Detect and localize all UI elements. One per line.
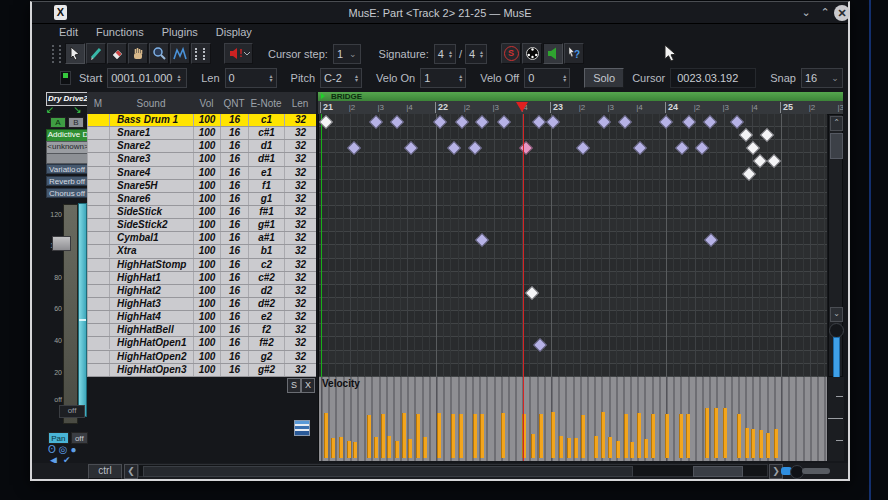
vertical-scrollbar[interactable]: ⌃ ⌄ xyxy=(828,114,843,377)
velocity-bar[interactable] xyxy=(644,439,648,458)
velocity-bar[interactable] xyxy=(630,442,634,458)
velocity-bar[interactable] xyxy=(616,441,620,458)
mute-cell[interactable] xyxy=(87,153,109,165)
velocity-bar[interactable] xyxy=(651,414,655,458)
pencil-tool-button[interactable] xyxy=(86,43,106,64)
velocity-bar[interactable] xyxy=(480,414,484,458)
signature-numerator-spinner[interactable]: 4▴▾ xyxy=(434,44,456,64)
scroll-left-icon[interactable]: ❮ xyxy=(124,464,138,479)
velocity-bar[interactable] xyxy=(331,438,335,458)
velo-on-spinner[interactable]: 1▴▾ xyxy=(420,68,466,88)
velocity-bar[interactable] xyxy=(637,413,641,458)
start-spinner[interactable]: 0001.01.000▴▾ xyxy=(107,68,187,88)
velocity-close-button[interactable]: X xyxy=(301,378,315,393)
midi-input-button[interactable] xyxy=(522,43,542,64)
horizontal-scrollbar[interactable] xyxy=(138,464,768,477)
dot-icon[interactable]: ● xyxy=(71,444,80,455)
pan-tool-button[interactable] xyxy=(128,43,148,64)
velocity-bar[interactable] xyxy=(459,414,463,458)
velocity-bar[interactable] xyxy=(347,441,351,458)
drum-track-row[interactable]: HighHat410016e232 xyxy=(87,311,316,324)
drum-track-row[interactable]: HighHat110016c#232 xyxy=(87,272,316,285)
hscroll-page-box[interactable] xyxy=(693,466,743,477)
velocity-bar[interactable] xyxy=(473,414,477,458)
mute-cell[interactable] xyxy=(87,351,109,363)
punch-tool-button[interactable] xyxy=(191,43,211,64)
len-spinner[interactable]: 0▴▾ xyxy=(225,68,277,88)
zoom-tool-button[interactable] xyxy=(149,43,169,64)
mute-cell[interactable] xyxy=(87,272,109,284)
drum-track-row[interactable]: HighHatOpen210016g232 xyxy=(87,351,316,364)
velocity-bar[interactable] xyxy=(451,414,455,458)
drum-track-row[interactable]: Snare310016d#132 xyxy=(87,153,316,166)
send-value[interactable]: off xyxy=(76,177,85,185)
velocity-bar[interactable] xyxy=(705,408,709,458)
velocity-bar[interactable] xyxy=(437,413,441,458)
velocity-bar[interactable] xyxy=(679,414,683,458)
send-slot[interactable]: Variatiooff xyxy=(46,164,88,174)
drum-track-row[interactable]: Snare5H10016f132 xyxy=(87,180,316,193)
minimize-button[interactable]: ⌄ xyxy=(797,4,815,20)
velocity-bar[interactable] xyxy=(531,434,535,458)
velocity-bar[interactable] xyxy=(745,428,749,458)
pan-button[interactable]: Pan xyxy=(48,432,69,444)
menu-plugins[interactable]: Plugins xyxy=(162,26,198,38)
vscroll-thumb[interactable] xyxy=(830,133,843,159)
hzoom-track[interactable] xyxy=(802,468,830,474)
eraser-tool-button[interactable] xyxy=(107,43,127,64)
velocity-bar[interactable] xyxy=(539,414,543,458)
mute-cell[interactable] xyxy=(87,193,109,205)
velocity-bar[interactable] xyxy=(423,437,427,458)
velocity-bar[interactable] xyxy=(416,414,420,458)
a-button[interactable]: A xyxy=(50,117,66,128)
pointer-tool-button[interactable] xyxy=(65,43,85,64)
speaker-button[interactable] xyxy=(543,43,563,64)
velocity-bar[interactable] xyxy=(574,438,578,458)
toolbar-handle[interactable] xyxy=(52,45,61,63)
velocity-bar[interactable] xyxy=(594,436,598,458)
hscroll-thumb[interactable] xyxy=(143,466,633,477)
drum-track-row[interactable]: SideStick210016g#132 xyxy=(87,219,316,232)
velocity-bar[interactable] xyxy=(339,437,343,458)
drum-track-row[interactable]: HighHatStomp10016c232 xyxy=(87,259,316,272)
cursor-step-select[interactable]: 1⌄ xyxy=(333,44,361,64)
track-name-button[interactable]: Dry Drive2 xyxy=(46,92,90,106)
mute-cell[interactable] xyxy=(87,167,109,179)
mute-cell[interactable] xyxy=(87,285,109,297)
velocity-bar[interactable] xyxy=(686,414,690,458)
volume-fader-handle[interactable] xyxy=(52,236,71,251)
velocity-lane[interactable]: Velocity xyxy=(318,377,827,461)
drum-track-row[interactable]: SideStick10016f#132 xyxy=(87,206,316,219)
close-button[interactable]: ✕ xyxy=(834,5,850,21)
mute-cell[interactable] xyxy=(87,114,109,126)
velocity-bar[interactable] xyxy=(714,408,718,458)
mute-cell[interactable] xyxy=(87,127,109,139)
drum-track-row[interactable]: HighHatBell10016f232 xyxy=(87,324,316,337)
marker-bar[interactable]: BRIDGE xyxy=(318,92,843,101)
circle-icon[interactable]: ◎ xyxy=(59,444,71,455)
scroll-up-icon[interactable]: ⌃ xyxy=(830,116,843,131)
drum-track-row[interactable]: HighHat310016d#232 xyxy=(87,298,316,311)
velocity-bar[interactable] xyxy=(766,433,770,458)
velocity-bar[interactable] xyxy=(601,412,605,458)
audition-button[interactable]: ! xyxy=(224,43,253,64)
pitch-spinner[interactable]: C-2▴▾ xyxy=(320,68,362,88)
empty-slot[interactable] xyxy=(46,153,90,164)
b-button[interactable]: B xyxy=(68,117,84,128)
power-icon[interactable]: ʘ xyxy=(48,444,59,455)
mute-cell[interactable] xyxy=(87,324,109,336)
send-slot[interactable]: Reverboff xyxy=(46,176,88,186)
send-value[interactable]: off xyxy=(76,165,85,173)
step-record-button[interactable]: S xyxy=(501,43,521,64)
velocity-bar[interactable] xyxy=(774,429,778,458)
velocity-bar[interactable] xyxy=(381,414,385,458)
drum-track-row[interactable]: HighHat210016d232 xyxy=(87,285,316,298)
velocity-bar[interactable] xyxy=(723,408,727,458)
velocity-bar[interactable] xyxy=(387,436,391,458)
drum-track-row[interactable]: Bass Drum 110016c132 xyxy=(87,114,316,127)
send-value[interactable]: off xyxy=(76,189,85,197)
velocity-bar[interactable] xyxy=(353,442,357,458)
menu-display[interactable]: Display xyxy=(216,26,252,38)
velocity-bar[interactable] xyxy=(402,413,406,458)
velocity-bar[interactable] xyxy=(737,414,741,458)
